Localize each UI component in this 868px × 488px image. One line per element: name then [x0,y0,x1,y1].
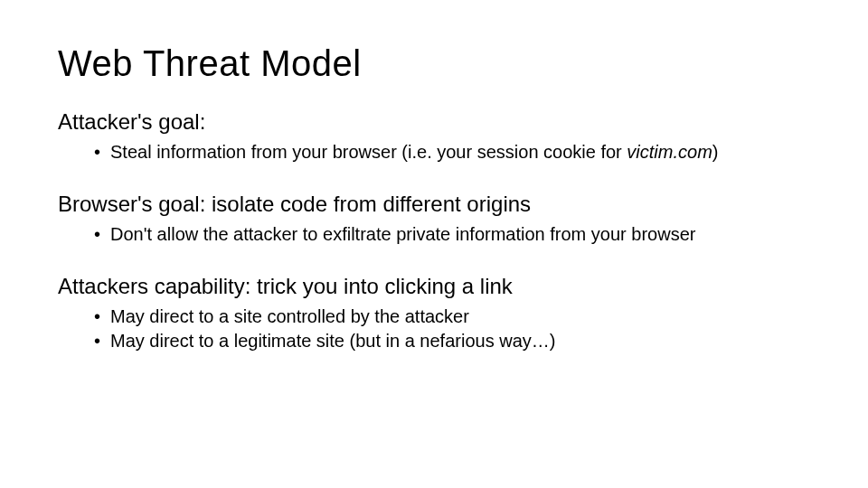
section-attacker-goal: Attacker's goal: Steal information from … [58,109,810,164]
section-heading: Browser's goal: isolate code from differ… [58,192,810,217]
bullet-item: Don't allow the attacker to exfiltrate p… [110,222,810,247]
bullet-text-pre: Steal information from your browser (i.e… [110,142,627,162]
bullet-list: Steal information from your browser (i.e… [58,140,810,164]
bullet-text-pre: May direct to a site controlled by the a… [110,306,469,326]
section-heading: Attackers capability: trick you into cli… [58,274,810,299]
bullet-text-italic: victim.com [627,142,712,162]
section-browser-goal: Browser's goal: isolate code from differ… [58,192,810,247]
bullet-list: May direct to a site controlled by the a… [58,305,810,353]
section-heading: Attacker's goal: [58,109,810,135]
section-attacker-capability: Attackers capability: trick you into cli… [58,274,810,353]
bullet-item: May direct to a site controlled by the a… [110,305,810,329]
bullet-text-pre: Don't allow the attacker to exfiltrate p… [110,224,695,244]
slide: Web Threat Model Attacker's goal: Steal … [0,0,868,488]
bullet-list: Don't allow the attacker to exfiltrate p… [58,222,810,247]
slide-title: Web Threat Model [58,43,810,84]
bullet-text-post: ) [712,142,719,162]
bullet-item: May direct to a legitimate site (but in … [110,329,810,353]
bullet-text-pre: May direct to a legitimate site (but in … [110,331,555,351]
bullet-item: Steal information from your browser (i.e… [110,140,810,164]
